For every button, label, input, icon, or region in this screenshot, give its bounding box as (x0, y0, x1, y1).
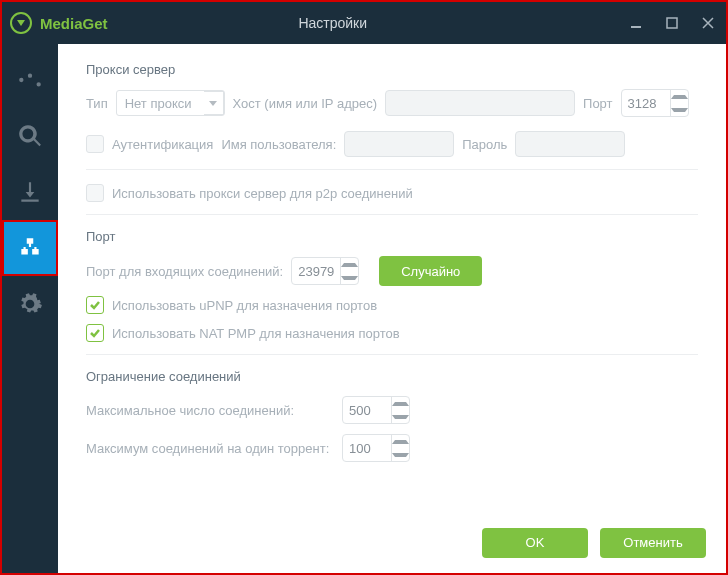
random-port-button[interactable]: Случайно (379, 256, 482, 286)
max-per-torrent-spinner[interactable] (342, 434, 410, 462)
nav-network[interactable] (2, 220, 58, 276)
chevron-down-icon (204, 91, 224, 115)
auth-password-input[interactable] (515, 131, 625, 157)
proxy-port-input[interactable] (622, 90, 670, 116)
proxy-type-label: Тип (86, 96, 108, 111)
svg-rect-1 (667, 18, 677, 28)
nav-advanced[interactable] (2, 276, 58, 332)
brand-text: MediaGet (40, 15, 108, 32)
upnp-checkbox[interactable] (86, 296, 104, 314)
auth-user-input[interactable] (344, 131, 454, 157)
spinner-down[interactable] (671, 103, 688, 116)
window-title: Настройки (108, 15, 618, 31)
proxy-type-value: Нет прокси (125, 96, 192, 111)
proxy-host-input[interactable] (385, 90, 575, 116)
p2p-proxy-label: Использовать прокси сервер для p2p соеди… (112, 186, 413, 201)
auth-checkbox[interactable] (86, 135, 104, 153)
incoming-port-input[interactable] (292, 258, 340, 284)
max-per-torrent-label: Максимум соединений на один торрент: (86, 441, 334, 456)
user-label: Имя пользователя: (221, 137, 336, 152)
nav-downloads[interactable] (2, 164, 58, 220)
proxy-port-spinner[interactable] (621, 89, 689, 117)
maximize-button[interactable] (654, 2, 690, 44)
max-conn-spinner[interactable] (342, 396, 410, 424)
divider (86, 214, 698, 215)
download-icon (17, 179, 43, 205)
search-icon (17, 123, 43, 149)
spinner-down[interactable] (392, 448, 409, 461)
password-label: Пароль (462, 137, 507, 152)
incoming-port-spinner[interactable] (291, 257, 359, 285)
brand: MediaGet (2, 12, 108, 34)
ok-button[interactable]: OK (482, 528, 588, 558)
max-conn-label: Максимальное число соединений: (86, 403, 334, 418)
divider (86, 169, 698, 170)
proxy-host-label: Хост (имя или IP адрес) (233, 96, 378, 111)
dialog-footer: OK Отменить (58, 523, 726, 573)
svg-rect-0 (631, 26, 641, 28)
p2p-proxy-checkbox[interactable] (86, 184, 104, 202)
window-controls (618, 2, 726, 44)
titlebar: MediaGet Настройки (2, 2, 726, 44)
spinner-down[interactable] (392, 410, 409, 423)
close-button[interactable] (690, 2, 726, 44)
upnp-label: Использовать uPNP для назначения портов (112, 298, 377, 313)
spinner-up[interactable] (341, 258, 358, 271)
spinner-down[interactable] (341, 271, 358, 284)
natpmp-checkbox[interactable] (86, 324, 104, 342)
nav-general[interactable] (2, 52, 58, 108)
sliders-icon (17, 67, 43, 93)
sidebar (2, 44, 58, 573)
max-per-torrent-input[interactable] (343, 435, 391, 461)
natpmp-label: Использовать NAT PMP для назначения порт… (112, 326, 400, 341)
divider (86, 354, 698, 355)
spinner-up[interactable] (392, 435, 409, 448)
proxy-port-label: Порт (583, 96, 612, 111)
app-logo-icon (10, 12, 32, 34)
port-section-title: Порт (86, 229, 698, 244)
gear-icon (17, 291, 43, 317)
proxy-section-title: Прокси сервер (86, 62, 698, 77)
nav-search[interactable] (2, 108, 58, 164)
incoming-port-label: Порт для входящих соединений: (86, 264, 283, 279)
main: Прокси сервер Тип Нет прокси Хост (имя и… (2, 44, 726, 573)
cancel-button[interactable]: Отменить (600, 528, 706, 558)
spinner-up[interactable] (392, 397, 409, 410)
auth-label: Аутентификация (112, 137, 213, 152)
network-icon (17, 235, 43, 261)
max-conn-input[interactable] (343, 397, 391, 423)
minimize-button[interactable] (618, 2, 654, 44)
spinner-up[interactable] (671, 90, 688, 103)
settings-body: Прокси сервер Тип Нет прокси Хост (имя и… (58, 44, 726, 523)
content: Прокси сервер Тип Нет прокси Хост (имя и… (58, 44, 726, 573)
limits-section-title: Ограничение соединений (86, 369, 698, 384)
proxy-type-select[interactable]: Нет прокси (116, 90, 225, 116)
